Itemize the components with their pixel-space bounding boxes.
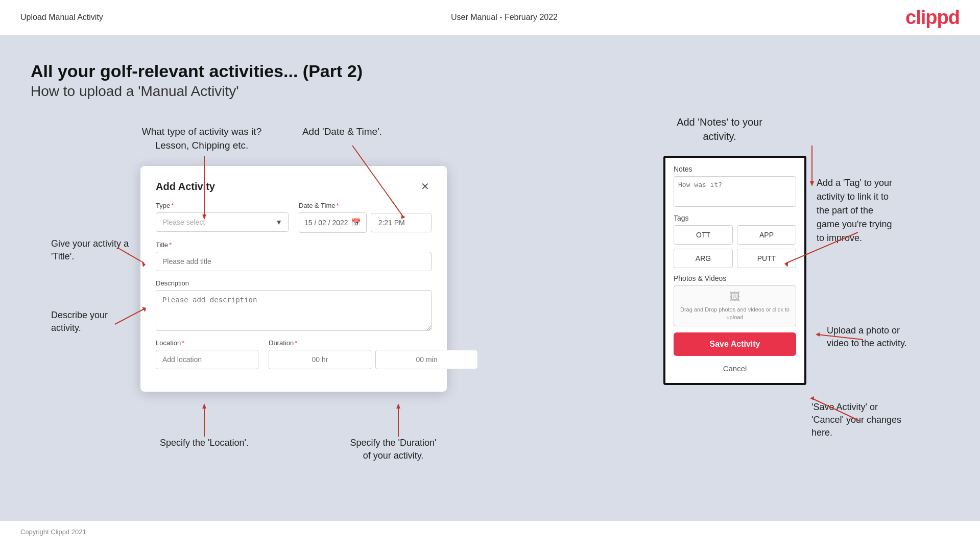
duration-row: [269, 350, 478, 369]
duration-min-input[interactable]: [375, 350, 478, 369]
location-group: Location*: [156, 339, 258, 369]
duration-group: Duration*: [269, 339, 478, 369]
tag-app[interactable]: APP: [737, 225, 796, 245]
page-title: Upload Manual Activity: [20, 13, 103, 22]
copyright-text: Copyright Clippd 2021: [20, 528, 86, 536]
callout-title: Give your activity a'Title'.: [51, 237, 138, 263]
callout-save-cancel: 'Save Activity' or'Cancel' your changesh…: [811, 401, 944, 440]
modal-close-button[interactable]: ✕: [419, 180, 432, 193]
svg-marker-17: [816, 332, 820, 337]
callout-date-time: Add 'Date & Time'.: [291, 125, 393, 139]
tags-label: Tags: [674, 214, 796, 222]
notes-label: Notes: [674, 165, 796, 173]
logo: clippd: [905, 7, 960, 29]
save-activity-button[interactable]: Save Activity: [674, 332, 796, 356]
type-group: Type* Please select ▼: [156, 202, 289, 233]
duration-hr-input[interactable]: [269, 350, 371, 369]
callout-location: Specify the 'Location'.: [153, 437, 255, 449]
phone-panel: Notes Tags OTT APP ARG PUTT Photos & Vid…: [663, 156, 806, 385]
svg-marker-9: [202, 403, 206, 409]
time-input[interactable]: 2:21 PM: [371, 213, 432, 232]
tags-grid: OTT APP ARG PUTT: [674, 225, 796, 268]
photos-label: Photos & Videos: [674, 274, 796, 282]
add-activity-modal: Add Activity ✕ Type* Please select ▼: [140, 166, 447, 392]
callout-activity-type: What type of activity was it?Lesson, Chi…: [140, 125, 263, 152]
notes-textarea[interactable]: [674, 176, 796, 207]
modal-title: Add Activity: [156, 181, 215, 193]
type-select[interactable]: Please select: [156, 212, 289, 232]
type-date-row: Type* Please select ▼ Date & Time*: [156, 202, 432, 233]
date-input[interactable]: 15 / 02 / 2022 📅: [299, 212, 367, 233]
photo-drop-text: Drag and Drop photos and videos or click…: [674, 306, 796, 322]
date-time-label: Date & Time*: [299, 202, 432, 209]
svg-marker-13: [810, 181, 814, 186]
title-label: Title*: [156, 241, 432, 249]
phone-inner: Notes Tags OTT APP ARG PUTT Photos & Vid…: [665, 158, 804, 383]
callout-photo: Upload a photo orvideo to the activity.: [827, 324, 944, 350]
date-value: 15 / 02 / 2022: [304, 219, 348, 227]
date-time-group: Date & Time* 15 / 02 / 2022 📅 2:21 PM: [299, 202, 432, 233]
location-label: Location*: [156, 339, 258, 347]
modal-header: Add Activity ✕: [156, 180, 432, 193]
description-label: Description: [156, 279, 432, 287]
main-content: All your golf-relevant activities... (Pa…: [0, 36, 980, 521]
photo-drop-area[interactable]: 🖼 Drag and Drop photos and videos or cli…: [674, 285, 796, 326]
callout-describe: Describe youractivity.: [51, 309, 133, 334]
date-time-row: 15 / 02 / 2022 📅 2:21 PM: [299, 212, 432, 233]
calendar-icon: 📅: [351, 218, 361, 227]
cancel-button[interactable]: Cancel: [723, 361, 747, 376]
tag-arg[interactable]: ARG: [674, 249, 733, 268]
svg-marker-19: [810, 396, 814, 400]
location-duration-row: Location* Duration*: [156, 339, 432, 369]
heading-subtitle: How to upload a 'Manual Activity': [31, 83, 949, 100]
description-textarea[interactable]: [156, 290, 432, 331]
tag-ott[interactable]: OTT: [674, 225, 733, 245]
callout-tag: Add a 'Tag' to youractivity to link it t…: [817, 176, 944, 245]
footer: Copyright Clippd 2021: [0, 521, 980, 543]
type-select-wrapper: Please select ▼: [156, 212, 289, 232]
location-input[interactable]: [156, 350, 258, 369]
heading-area: All your golf-relevant activities... (Pa…: [31, 61, 949, 100]
title-input[interactable]: [156, 252, 432, 271]
svg-marker-11: [396, 403, 400, 409]
title-group: Title*: [156, 241, 432, 271]
heading-title: All your golf-relevant activities... (Pa…: [31, 61, 949, 81]
photo-icon: 🖼: [729, 291, 740, 304]
top-bar: Upload Manual Activity User Manual - Feb…: [0, 0, 980, 36]
duration-label: Duration*: [269, 339, 478, 347]
callout-notes: Add 'Notes' to youractivity.: [663, 115, 776, 143]
description-group: Description: [156, 279, 432, 331]
type-label: Type*: [156, 202, 289, 209]
tag-putt[interactable]: PUTT: [737, 249, 796, 268]
callout-duration: Specify the 'Duration'of your activity.: [337, 437, 449, 462]
manual-label: User Manual - February 2022: [451, 13, 558, 22]
